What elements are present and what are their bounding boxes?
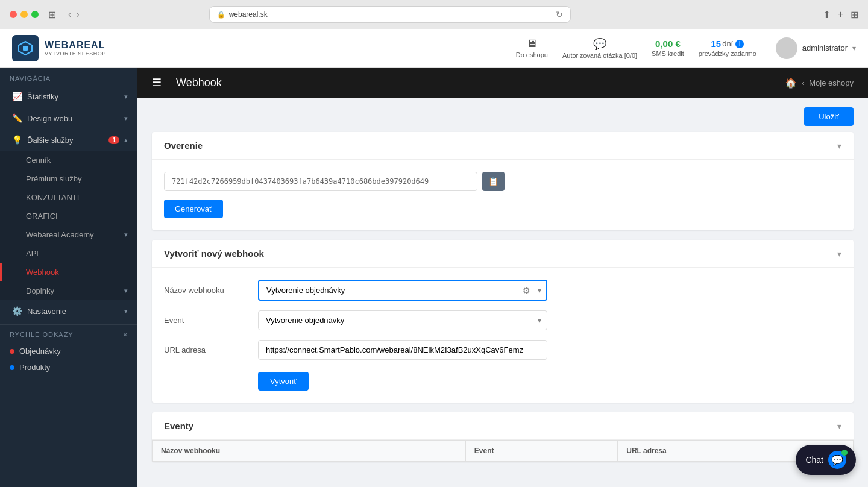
sub-item-doplnky[interactable]: Doplnky ▾ <box>0 281 137 300</box>
overenie-header[interactable]: Overenie ▾ <box>152 132 854 160</box>
event-select-wrapper: Vytvorenie objednávky Zrušenie objednávk… <box>258 310 547 330</box>
page-title: Webhook <box>176 77 775 89</box>
sub-item-konzultanti[interactable]: KONZULTANTI <box>0 188 137 207</box>
sms-credit-label: SMS kredit <box>652 50 684 57</box>
generate-button[interactable]: Generovať <box>164 200 223 218</box>
back-icon[interactable]: ‹ <box>68 9 71 20</box>
sub-item-grafici[interactable]: GRAFICI <box>0 207 137 225</box>
dalsiesluzby-label: Ďalšie služby <box>27 136 104 145</box>
quick-link-produkty-label: Produkty <box>19 363 50 372</box>
create-btn-row: Vytvoriť <box>164 369 841 391</box>
sidebar-item-dalsiesluzby[interactable]: 💡 Ďalšie služby 1 ▴ <box>0 129 137 151</box>
webhook-name-row: Názov webhooku Vytvorenie objednávky Zru… <box>164 280 841 301</box>
eventy-body: Názov webhooku Event URL adresa <box>152 440 854 462</box>
brand-tagline: VYTVORTE SI ESHOP <box>45 51 106 57</box>
eventy-title: Eventy <box>164 421 193 431</box>
chat-button[interactable]: Chat 💬 <box>796 445 856 475</box>
user-area[interactable]: administrator ▾ <box>776 37 856 59</box>
share-icon[interactable]: ⬆ <box>823 9 831 20</box>
sub-item-academy[interactable]: Webareal Academy ▾ <box>0 225 137 244</box>
sidebar-item-design[interactable]: ✏️ Design webu ▾ <box>0 107 137 129</box>
header-nav: 🖥 Do eshopu 💬 Autorizovaná otázka [0/0] … <box>516 37 856 59</box>
chat-bubble-icon: 💬 <box>831 454 843 466</box>
dalsiesluzby-badge: 1 <box>108 136 119 144</box>
brand-name: WEBAREAL <box>45 39 106 51</box>
tl-yellow[interactable] <box>20 11 28 18</box>
event-label: Event <box>164 316 248 325</box>
dot-blue-icon <box>10 365 14 370</box>
statistiky-icon: 📈 <box>11 92 22 101</box>
monitor-icon: 🖥 <box>526 37 537 50</box>
grid-icon[interactable]: ⊞ <box>851 9 858 20</box>
hamburger-icon[interactable]: ☰ <box>152 76 162 89</box>
quick-links-section: RYCHLÉ ODKAZY × Objednávky Produkty <box>0 324 137 382</box>
webhook-name-select[interactable]: Vytvorenie objednávky Zrušenie objednávk… <box>258 280 547 301</box>
new-tab-icon[interactable]: + <box>838 9 843 20</box>
sidebar-item-statistiky[interactable]: 📈 Štatistiky ▾ <box>0 86 137 107</box>
browser-actions: ⬆ + ⊞ <box>823 9 858 20</box>
app-header: WEBAREAL VYTVORTE SI ESHOP 🖥 Do eshopu 💬… <box>0 29 868 68</box>
nav-label: Navigácia <box>0 68 137 86</box>
event-row: Event Vytvorenie objednávky Zrušenie obj… <box>164 310 841 330</box>
home-icon[interactable]: 🏠 <box>785 77 797 89</box>
sms-credit-nav[interactable]: 0,00 € SMS kredit <box>652 39 684 57</box>
promo-nav[interactable]: 15 dní i prevádzky zadarmo <box>699 39 756 57</box>
dot-red-icon <box>10 349 14 354</box>
sub-item-api[interactable]: API <box>0 244 137 263</box>
eventy-header[interactable]: Eventy ▾ <box>152 412 854 440</box>
quick-link-objednavky-label: Objednávky <box>19 347 61 356</box>
lock-icon: 🔒 <box>217 11 225 19</box>
sub-item-premium[interactable]: Prémium služby <box>0 169 137 188</box>
eventy-toggle-icon: ▾ <box>837 421 841 431</box>
logo-icon <box>12 35 39 61</box>
breadcrumb-separator: ‹ <box>802 78 804 87</box>
doplnky-chevron: ▾ <box>124 287 128 295</box>
token-input[interactable] <box>164 172 477 191</box>
traffic-lights <box>10 11 39 18</box>
reload-icon[interactable]: ↻ <box>556 10 563 19</box>
chat-label: Chat <box>805 455 823 465</box>
new-webhook-toggle-icon: ▾ <box>837 249 841 259</box>
sub-item-webhook[interactable]: Webhook <box>0 263 137 281</box>
sidebar: Navigácia 📈 Štatistiky ▾ ✏️ Design webu … <box>0 68 137 487</box>
logo-text: WEBAREAL VYTVORTE SI ESHOP <box>45 39 106 57</box>
sidebar-toggle-icon[interactable]: ⊞ <box>48 9 56 20</box>
copy-button[interactable]: 📋 <box>482 172 505 191</box>
overenie-title: Overenie <box>164 140 203 151</box>
nastavenie-label: Nastavenie <box>27 307 119 316</box>
sidebar-item-nastavenie[interactable]: ⚙️ Nastavenie ▾ <box>0 300 137 322</box>
design-icon: ✏️ <box>11 113 22 123</box>
do-eshopu-label: Do eshopu <box>516 51 548 58</box>
chat-bubble-icon: 💬 <box>593 37 606 51</box>
svg-rect-1 <box>23 46 28 51</box>
url-text: webareal.sk <box>229 10 268 19</box>
chat-online-dot <box>841 450 848 456</box>
design-label: Design webu <box>27 114 119 123</box>
nastavenie-chevron: ▾ <box>124 307 128 315</box>
autorizovana-label: Autorizovaná otázka [0/0] <box>562 52 637 59</box>
breadcrumb: 🏠 ‹ Moje eshopy <box>785 77 854 89</box>
forward-icon[interactable]: › <box>76 9 79 20</box>
quick-links-close-icon[interactable]: × <box>124 331 128 338</box>
new-webhook-body: Názov webhooku Vytvorenie objednávky Zru… <box>152 268 854 403</box>
page-header: ☰ Webhook 🏠 ‹ Moje eshopy <box>137 68 868 98</box>
overenie-toggle-icon: ▾ <box>837 141 841 151</box>
tl-red[interactable] <box>10 11 17 18</box>
top-save-button[interactable]: Uložiť <box>804 107 854 126</box>
new-webhook-title: Vytvoriť nový webhook <box>164 248 264 259</box>
do-eshopu-nav[interactable]: 🖥 Do eshopu <box>516 37 548 58</box>
address-bar[interactable]: 🔒 webareal.sk ↻ <box>209 6 571 23</box>
tl-green[interactable] <box>31 11 39 18</box>
url-input[interactable] <box>258 340 547 360</box>
quick-link-objednavky[interactable]: Objednávky <box>10 343 128 359</box>
sub-item-cennik[interactable]: Cenník <box>0 151 137 169</box>
create-button[interactable]: Vytvoriť <box>258 372 309 391</box>
event-select[interactable]: Vytvorenie objednávky Zrušenie objednávk… <box>258 310 547 330</box>
promo-days: 15 <box>711 39 721 49</box>
new-webhook-header[interactable]: Vytvoriť nový webhook ▾ <box>152 240 854 268</box>
academy-chevron: ▾ <box>124 231 128 239</box>
top-actions: Uložiť <box>152 107 854 126</box>
new-webhook-card: Vytvoriť nový webhook ▾ Názov webhooku V… <box>152 240 854 403</box>
quick-link-produkty[interactable]: Produkty <box>10 359 128 375</box>
autorizovana-nav[interactable]: 💬 Autorizovaná otázka [0/0] <box>562 37 637 59</box>
